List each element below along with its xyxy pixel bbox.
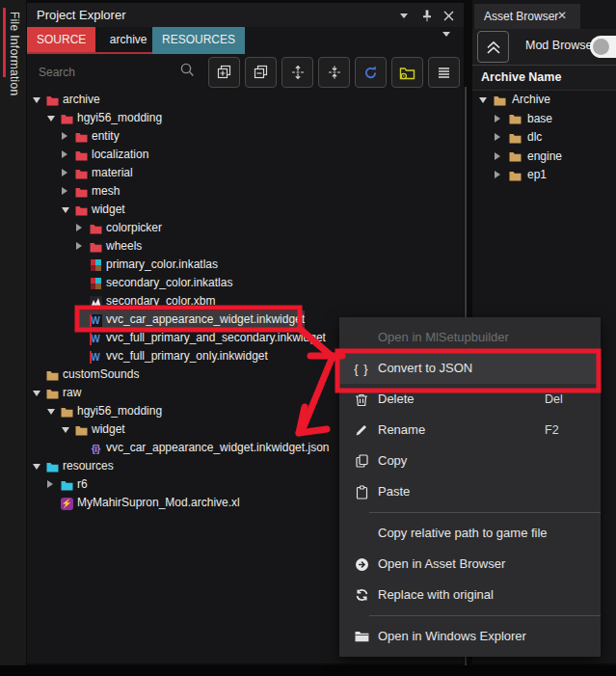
tree-item-engine[interactable]: engine xyxy=(472,148,616,166)
none-icon xyxy=(352,322,371,353)
pin-icon[interactable] xyxy=(418,7,436,24)
menu-item-copy[interactable]: Copy xyxy=(339,446,601,476)
refresh-button[interactable] xyxy=(355,57,387,88)
panel-dropdown-icon[interactable] xyxy=(395,7,413,24)
expand-arrow-icon[interactable] xyxy=(495,115,500,122)
expand-arrow-icon[interactable] xyxy=(62,150,67,158)
expand-rows-button[interactable] xyxy=(281,57,313,88)
tree-item-label: hgyi56_modding xyxy=(77,402,162,420)
project-explorer-toolbar xyxy=(27,54,464,91)
trash-icon xyxy=(352,384,371,415)
menu-item-rename[interactable]: RenameF2 xyxy=(339,415,601,446)
tree-item-material[interactable]: material xyxy=(27,164,464,182)
folder-icon xyxy=(509,151,522,162)
collapse-panel-button[interactable] xyxy=(477,31,509,63)
tree-item-label: localization xyxy=(92,146,148,164)
tabs-overflow-dropdown-icon[interactable] xyxy=(442,37,450,54)
menu-item-open-in-asset-browser[interactable]: Open in Asset Browser xyxy=(339,549,601,580)
context-menu: Open in MlSetupbuilder{ }Convert to JSON… xyxy=(339,317,601,657)
expand-rows-icon xyxy=(290,65,306,80)
tree-item-localization[interactable]: localization xyxy=(27,146,464,164)
folder-icon xyxy=(509,133,522,144)
expand-arrow-icon[interactable] xyxy=(76,242,82,250)
folder-icon xyxy=(352,621,371,652)
search-input[interactable] xyxy=(37,60,175,85)
collapse-rows-button[interactable] xyxy=(318,57,350,88)
tree-item-widget[interactable]: widget xyxy=(27,201,464,219)
tree-item-mesh[interactable]: mesh xyxy=(27,182,464,201)
tab-source[interactable]: SOURCE xyxy=(27,27,95,52)
tree-item-label: secondary_color.xbm xyxy=(106,292,215,311)
tree-item-colorpicker[interactable]: colorpicker xyxy=(27,219,464,237)
collapse-arrow-icon[interactable] xyxy=(47,409,55,415)
collapse-arrow-icon[interactable] xyxy=(33,97,40,103)
collapse-rows-icon xyxy=(327,65,342,80)
tree-item-secondary-color-xbm[interactable]: secondary_color.xbm xyxy=(27,292,464,311)
collapse-all-button[interactable] xyxy=(245,57,277,88)
tree-item-base[interactable]: base xyxy=(472,110,616,128)
tab-resources[interactable]: RESOURCES xyxy=(152,27,245,54)
expand-arrow-icon[interactable] xyxy=(76,224,82,231)
tree-item-label: archive xyxy=(63,91,100,109)
tree-item-secondary-color-inkatlas[interactable]: secondary_color.inkatlas xyxy=(27,274,464,292)
expand-arrow-icon[interactable] xyxy=(62,187,67,195)
menu-item-delete[interactable]: DeleteDel xyxy=(339,384,601,415)
expand-arrow-icon[interactable] xyxy=(495,171,500,178)
asset-browser-close-icon[interactable]: ✕ xyxy=(557,9,567,22)
asset-browser-subbar: Mod Browser xyxy=(472,29,616,65)
tree-item-archive[interactable]: archive xyxy=(27,91,464,109)
menu-item-open-in-mlsetupbuilder[interactable]: Open in MlSetupbuilder xyxy=(339,322,601,353)
paste-icon xyxy=(352,476,371,507)
tree-item-dlc[interactable]: dlc xyxy=(472,128,616,147)
view-options-button[interactable] xyxy=(428,57,460,88)
expand-arrow-icon[interactable] xyxy=(47,480,53,488)
folder-icon xyxy=(75,187,88,198)
none-icon xyxy=(352,518,371,549)
tree-item-label: dlc xyxy=(527,128,542,147)
collapse-arrow-icon[interactable] xyxy=(33,464,40,470)
menu-item-open-in-windows-explorer[interactable]: Open in Windows Explorer xyxy=(339,621,601,652)
menu-item-replace-with-original[interactable]: Replace with original xyxy=(339,580,601,610)
inkwidget-icon: W xyxy=(90,351,102,364)
mod-browser-toggle[interactable] xyxy=(590,36,616,58)
tab-archive[interactable]: archive xyxy=(100,27,157,52)
project-explorer-titlebar: Project Explorer xyxy=(27,3,464,27)
asset-browser-tab[interactable]: Asset Browser ✕ xyxy=(474,4,580,29)
copy-icon xyxy=(352,446,371,476)
menu-item-copy-relative-path-to-game-file[interactable]: Copy relative path to game file xyxy=(339,518,601,549)
collapse-arrow-icon[interactable] xyxy=(47,116,55,122)
tree-item-label: wheels xyxy=(106,237,142,256)
menu-item-paste[interactable]: Paste xyxy=(339,476,601,507)
expand-arrow-icon[interactable] xyxy=(495,152,500,160)
close-icon[interactable] xyxy=(440,7,457,24)
tree-item-archive[interactable]: Archive xyxy=(472,91,616,109)
tree-item-hgyi56-modding[interactable]: hgyi56_modding xyxy=(27,109,464,127)
expand-arrow-icon[interactable] xyxy=(62,132,67,140)
expand-arrow-icon[interactable] xyxy=(62,169,67,176)
expand-arrow-icon[interactable] xyxy=(495,133,500,141)
tree-item-wheels[interactable]: wheels xyxy=(27,237,464,256)
open-folder-button[interactable] xyxy=(391,57,423,88)
folder-icon xyxy=(509,114,522,124)
collapse-arrow-icon[interactable] xyxy=(479,97,487,103)
tree-item-label: widget xyxy=(92,420,125,439)
collapse-arrow-icon[interactable] xyxy=(62,427,69,433)
panel-title: Project Explorer xyxy=(37,8,125,22)
left-tool-rail: File Information xyxy=(0,0,26,665)
menu-item-convert-to-json[interactable]: { }Convert to JSON xyxy=(339,353,601,384)
tree-item-ep1[interactable]: ep1 xyxy=(472,166,616,184)
file-information-tab[interactable]: File Information xyxy=(8,12,21,96)
asset-browser-tab-label: Asset Browser xyxy=(484,10,558,23)
folder-icon xyxy=(75,132,88,143)
tree-item-entity[interactable]: entity xyxy=(27,127,464,146)
sync-icon xyxy=(352,580,371,610)
arrow-right-circle-icon xyxy=(352,549,371,580)
pencil-icon xyxy=(352,415,371,446)
folder-icon xyxy=(61,407,73,418)
tree-item-primary-color-inkatlas[interactable]: primary_color.inkatlas xyxy=(27,256,464,274)
expand-all-button[interactable] xyxy=(208,57,240,88)
tree-item-label: hgyi56_modding xyxy=(77,109,162,127)
collapse-arrow-icon[interactable] xyxy=(62,207,69,213)
inkwidget-icon: W xyxy=(90,333,102,345)
collapse-arrow-icon[interactable] xyxy=(33,391,40,396)
